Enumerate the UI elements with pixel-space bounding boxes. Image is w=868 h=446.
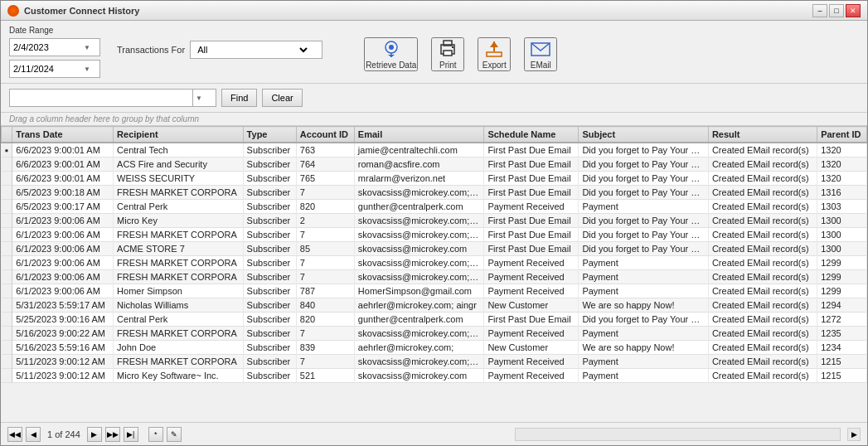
cell-4-3: Subscriber — [243, 200, 296, 214]
minimize-button[interactable]: – — [812, 4, 827, 17]
table-row[interactable]: 5/16/2023 9:00:22 AMFRESH MARKET CORPORA… — [2, 327, 867, 341]
cell-5-2: Micro Key — [114, 214, 244, 228]
window-controls: – □ ✕ — [812, 4, 861, 17]
table-row[interactable]: 6/6/2023 9:00:01 AMACS Fire and Security… — [2, 158, 867, 172]
transactions-select-wrap[interactable]: All — [190, 41, 322, 59]
clear-button[interactable]: Clear — [262, 89, 302, 107]
date-start-field[interactable] — [13, 42, 84, 52]
cell-8-7: Payment — [579, 256, 709, 270]
cell-4-8: Created EMail record(s) — [708, 200, 817, 214]
title-bar: Customer Connect History – □ ✕ — [1, 1, 867, 21]
table-wrap[interactable]: Trans Date Recipient Type Account ID Ema… — [1, 126, 867, 422]
table-row[interactable]: 6/1/2023 9:00:06 AMHomer SimpsonSubscrib… — [2, 284, 867, 298]
nav-prev-button[interactable]: ◀ — [26, 427, 41, 442]
col-email[interactable]: Email — [354, 127, 484, 143]
cell-5-9: 1300 — [817, 214, 867, 228]
email-button[interactable]: EMail — [524, 37, 557, 71]
table-row[interactable]: 5/11/2023 9:00:12 AMFRESH MARKET CORPORA… — [2, 355, 867, 369]
scroll-right-button[interactable]: ▶ — [847, 428, 861, 441]
cell-1-0 — [2, 158, 12, 172]
col-result[interactable]: Result — [708, 127, 817, 143]
nav-last-button[interactable]: ▶▶ — [105, 427, 120, 442]
table-row[interactable]: 6/5/2023 9:00:17 AMCentral PerkSubscribe… — [2, 200, 867, 214]
cell-0-2: Central Tech — [114, 143, 244, 158]
cell-10-1: 6/1/2023 9:00:06 AM — [12, 284, 114, 298]
table-row[interactable]: 5/11/2023 9:00:12 AMMicro Key Software~ … — [2, 369, 867, 383]
table-row[interactable]: 6/1/2023 9:00:06 AMFRESH MARKET CORPORAS… — [2, 256, 867, 270]
svg-rect-6 — [487, 52, 502, 56]
close-button[interactable]: ✕ — [846, 4, 861, 17]
search-input[interactable] — [10, 91, 192, 104]
col-type[interactable]: Type — [243, 127, 296, 143]
restore-button[interactable]: □ — [829, 4, 844, 17]
cell-6-1: 6/1/2023 9:00:06 AM — [12, 228, 114, 242]
col-trans-date[interactable]: Trans Date — [12, 127, 114, 143]
drag-hint: Drag a column header here to group by th… — [1, 113, 867, 126]
horizontal-scrollbar[interactable] — [515, 428, 841, 441]
date-start-input[interactable]: ▼ — [9, 38, 100, 56]
col-account-id[interactable]: Account ID — [296, 127, 354, 143]
svg-point-1 — [389, 45, 394, 50]
cell-9-4: 7 — [296, 270, 354, 284]
nav-end-button[interactable]: ▶| — [124, 427, 138, 442]
print-button[interactable]: Print — [431, 37, 464, 71]
toolbar-buttons: Retrieve Data Print — [364, 37, 557, 71]
wildcard-button[interactable]: * — [148, 427, 163, 442]
table-row[interactable]: 6/6/2023 9:00:01 AMWEISS SECURITYSubscri… — [2, 172, 867, 186]
col-parent-id[interactable]: Parent ID — [817, 127, 867, 143]
export-button[interactable]: Export — [478, 37, 511, 71]
table-row[interactable]: 6/1/2023 9:00:06 AMFRESH MARKET CORPORAS… — [2, 228, 867, 242]
cell-11-1: 5/31/2023 5:59:17 AM — [12, 298, 114, 313]
col-recipient[interactable]: Recipient — [114, 127, 244, 143]
table-row[interactable]: 6/1/2023 9:00:06 AMMicro KeySubscriber2s… — [2, 214, 867, 228]
cell-11-8: Created EMail record(s) — [708, 298, 817, 313]
toolbar: Date Range ▼ ▼ Transactions For All — [1, 21, 867, 84]
cell-0-3: Subscriber — [243, 143, 296, 158]
table-row[interactable]: ●6/6/2023 9:00:01 AMCentral TechSubscrib… — [2, 143, 867, 158]
export-label: Export — [482, 61, 507, 70]
retrieve-data-button[interactable]: Retrieve Data — [364, 37, 418, 71]
date-start-dropdown[interactable]: ▼ — [84, 44, 90, 51]
edit-button[interactable]: ✎ — [167, 427, 182, 442]
cell-2-2: WEISS SECURITY — [114, 172, 244, 186]
find-button[interactable]: Find — [221, 89, 257, 107]
table-row[interactable]: 5/31/2023 5:59:17 AMNicholas WilliamsSub… — [2, 298, 867, 313]
cell-0-1: 6/6/2023 9:00:01 AM — [12, 143, 114, 158]
cell-5-8: Created EMail record(s) — [708, 214, 817, 228]
nav-first-button[interactable]: ◀◀ — [7, 427, 22, 442]
table-header-row: Trans Date Recipient Type Account ID Ema… — [2, 127, 867, 143]
cell-2-5: mralarm@verizon.net — [354, 172, 484, 186]
cell-14-0 — [2, 341, 12, 355]
search-dropdown-button[interactable]: ▼ — [192, 90, 205, 106]
table-row[interactable]: 5/25/2023 9:00:16 AMCentral PerkSubscrib… — [2, 313, 867, 327]
cell-12-2: Central Perk — [114, 313, 244, 327]
cell-2-9: 1320 — [817, 172, 867, 186]
cell-5-5: skovacsiss@microkey.com;ste — [354, 214, 484, 228]
cell-11-7: We are so happy Now! — [579, 298, 709, 313]
search-input-wrap[interactable]: ▼ — [9, 89, 216, 107]
cell-12-9: 1272 — [817, 313, 867, 327]
date-end-input[interactable]: ▼ — [9, 60, 100, 78]
table-row[interactable]: 5/16/2023 5:59:16 AMJohn DoeSubscriber83… — [2, 341, 867, 355]
email-icon — [529, 39, 552, 59]
col-subject[interactable]: Subject — [579, 127, 709, 143]
app-icon — [7, 5, 19, 17]
cell-6-5: skovacsiss@microkey.com;ste — [354, 228, 484, 242]
cell-15-8: Created EMail record(s) — [708, 355, 817, 369]
col-schedule-name[interactable]: Schedule Name — [484, 127, 579, 143]
footer-extras: * ✎ — [148, 427, 182, 442]
table-row[interactable]: 6/1/2023 9:00:06 AMACME STORE 7Subscribe… — [2, 242, 867, 256]
cell-1-7: Did you forget to Pay Your Monitoring Bi… — [579, 158, 709, 172]
table-row[interactable]: 6/1/2023 9:00:06 AMFRESH MARKET CORPORAS… — [2, 270, 867, 284]
table-row[interactable]: 6/5/2023 9:00:18 AMFRESH MARKET CORPORAS… — [2, 186, 867, 200]
cell-11-6: New Customer — [484, 298, 579, 313]
transactions-select[interactable]: All — [194, 44, 310, 56]
cell-9-6: Payment Received — [484, 270, 579, 284]
cell-8-5: skovacsiss@microkey.com;ste — [354, 256, 484, 270]
cell-10-8: Created EMail record(s) — [708, 284, 817, 298]
cell-9-5: skovacsiss@microkey.com;ste — [354, 270, 484, 284]
cell-16-1: 5/11/2023 9:00:12 AM — [12, 369, 114, 383]
date-end-field[interactable] — [13, 64, 84, 74]
nav-next-button[interactable]: ▶ — [87, 427, 102, 442]
date-end-dropdown[interactable]: ▼ — [84, 65, 90, 73]
